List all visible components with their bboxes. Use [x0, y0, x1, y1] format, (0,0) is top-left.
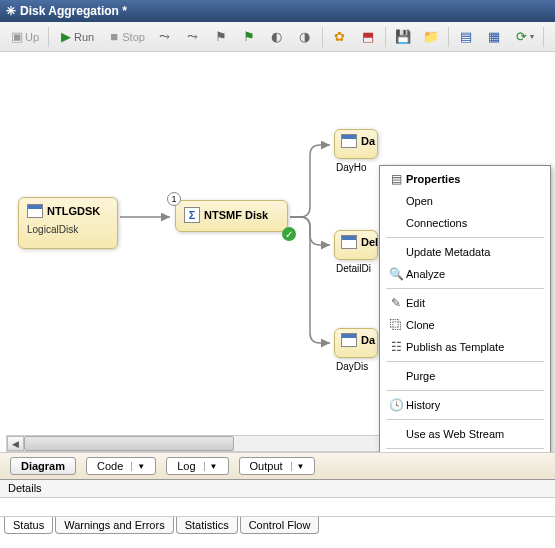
node-label: Da — [361, 334, 375, 346]
toolbar-btn-8[interactable]: ⬒ — [355, 26, 381, 48]
node-ntlgdsk[interactable]: NTLGDSK LogicalDisk — [18, 197, 118, 249]
dtab-status[interactable]: Status — [4, 517, 53, 534]
menu-separator — [386, 288, 544, 289]
toolbar-btn-1[interactable]: ⤳ — [152, 26, 178, 48]
tab-diagram[interactable]: Diagram — [10, 457, 76, 475]
properties-icon: ▤ — [386, 172, 406, 186]
dropdown-icon[interactable]: ▼ — [204, 462, 218, 471]
save-icon: 💾 — [395, 29, 411, 45]
cm-label: Properties — [406, 173, 542, 185]
cm-label: Purge — [406, 370, 542, 382]
refresh-icon: ⟳ — [514, 29, 530, 45]
cm-label: Connections — [406, 217, 542, 229]
separator — [543, 27, 544, 47]
tab-label: Output — [250, 460, 283, 472]
stop-button[interactable]: ■ Stop — [101, 26, 150, 48]
tab-label: Control Flow — [249, 519, 311, 531]
toolbar-btn-3[interactable]: ⚑ — [208, 26, 234, 48]
menu-separator — [386, 237, 544, 238]
cm-label: Use as Web Stream — [406, 428, 542, 440]
node-sub: LogicalDisk — [27, 224, 109, 235]
toolbar-btn-2[interactable]: ⤳ — [180, 26, 206, 48]
cm-purge[interactable]: Purge — [382, 365, 548, 387]
edit-icon: ✎ — [386, 296, 406, 310]
toolbar-btn-doc2[interactable]: ▦ — [481, 26, 507, 48]
node-label: Da — [361, 135, 375, 147]
sigma-icon: Σ — [184, 207, 200, 223]
cm-publish-template[interactable]: ☷ Publish as Template — [382, 336, 548, 358]
node-detail[interactable]: Del — [334, 230, 378, 260]
dtab-statistics[interactable]: Statistics — [176, 517, 238, 534]
history-icon: 🕓 — [386, 398, 406, 412]
node-label: Del — [361, 236, 378, 248]
cm-web-stream[interactable]: Use as Web Stream — [382, 423, 548, 445]
cm-update-metadata[interactable]: Update Metadata — [382, 241, 548, 263]
cm-label: Publish as Template — [406, 341, 542, 353]
toolbar-btn-4[interactable]: ⚑ — [236, 26, 262, 48]
tab-log[interactable]: Log ▼ — [166, 457, 228, 475]
view-tabs: Diagram Code ▼ Log ▼ Output ▼ — [0, 452, 555, 480]
tools-icon: ⬒ — [360, 29, 376, 45]
cm-label: Edit — [406, 297, 542, 309]
node-day2[interactable]: Da — [334, 328, 378, 358]
menu-separator — [386, 361, 544, 362]
node-day1[interactable]: Da — [334, 129, 378, 159]
menu-separator — [386, 419, 544, 420]
cm-properties[interactable]: ▤ Properties — [382, 168, 548, 190]
diagram-canvas[interactable]: NTLGDSK LogicalDisk Σ NTSMF Disk 1 ✓ Da … — [0, 52, 555, 452]
run-button[interactable]: ▶ Run — [53, 26, 99, 48]
cm-edit[interactable]: ✎ Edit — [382, 292, 548, 314]
cm-open[interactable]: Open — [382, 190, 548, 212]
stop-label: Stop — [122, 31, 145, 43]
toolbar-btn-refresh[interactable]: ⟳▾ — [509, 26, 539, 48]
toolbar-btn-folder[interactable]: 📁 — [418, 26, 444, 48]
tab-label: Diagram — [21, 460, 65, 472]
node-sub: DetailDi — [336, 263, 371, 274]
cm-label: Update Metadata — [406, 246, 542, 258]
context-menu: ▤ Properties Open Connections Update Met… — [379, 165, 551, 452]
flag-icon: ⚑ — [213, 29, 229, 45]
toolbar-btn-grid[interactable]: ▦ — [548, 26, 555, 48]
toolbar-btn-6[interactable]: ◑ — [292, 26, 318, 48]
doc1-icon: ▤ — [458, 29, 474, 45]
node-sub: DayHo — [336, 162, 367, 173]
toolbar-btn-save[interactable]: 💾 — [390, 26, 416, 48]
analyze-icon: 🔍 — [386, 267, 406, 281]
dtab-warnings[interactable]: Warnings and Errors — [55, 517, 173, 534]
dtab-controlflow[interactable]: Control Flow — [240, 517, 320, 534]
cm-history[interactable]: 🕓 History — [382, 394, 548, 416]
toolbar-btn-5[interactable]: ◐ — [264, 26, 290, 48]
scroll-thumb[interactable] — [24, 436, 234, 451]
node-ntsmf-disk[interactable]: Σ NTSMF Disk — [175, 200, 288, 232]
tab-output[interactable]: Output ▼ — [239, 457, 316, 475]
cm-label: Open — [406, 195, 542, 207]
details-tabs: Status Warnings and Errors Statistics Co… — [0, 516, 555, 538]
app-icon: ✳ — [6, 4, 16, 18]
up-button[interactable]: ▣ Up — [4, 26, 44, 48]
details-header: Details — [0, 480, 555, 498]
dropdown-icon[interactable]: ▼ — [291, 462, 305, 471]
gear-icon: ◐ — [269, 29, 285, 45]
cm-clone[interactable]: ⿻ Clone — [382, 314, 548, 336]
up-label: Up — [25, 31, 39, 43]
tab-label: Warnings and Errors — [64, 519, 164, 531]
menu-separator — [386, 390, 544, 391]
cm-connections[interactable]: Connections — [382, 212, 548, 234]
dropdown-icon[interactable]: ▼ — [131, 462, 145, 471]
separator — [322, 27, 323, 47]
separator — [48, 27, 49, 47]
toolbar-btn-doc1[interactable]: ▤ — [453, 26, 479, 48]
step-icon: ⤳ — [157, 29, 173, 45]
title-bar: ✳ Disk Aggregation * — [0, 0, 555, 22]
toolbar-btn-7[interactable]: ✿ — [327, 26, 353, 48]
scroll-left-button[interactable]: ◀ — [7, 436, 24, 451]
cm-analyze[interactable]: 🔍 Analyze — [382, 263, 548, 285]
doc2-icon: ▦ — [486, 29, 502, 45]
cm-label: Analyze — [406, 268, 542, 280]
stop-icon: ■ — [106, 29, 122, 45]
tab-label: Statistics — [185, 519, 229, 531]
separator — [448, 27, 449, 47]
details-body — [0, 498, 555, 516]
play-icon: ▶ — [58, 29, 74, 45]
tab-code[interactable]: Code ▼ — [86, 457, 156, 475]
